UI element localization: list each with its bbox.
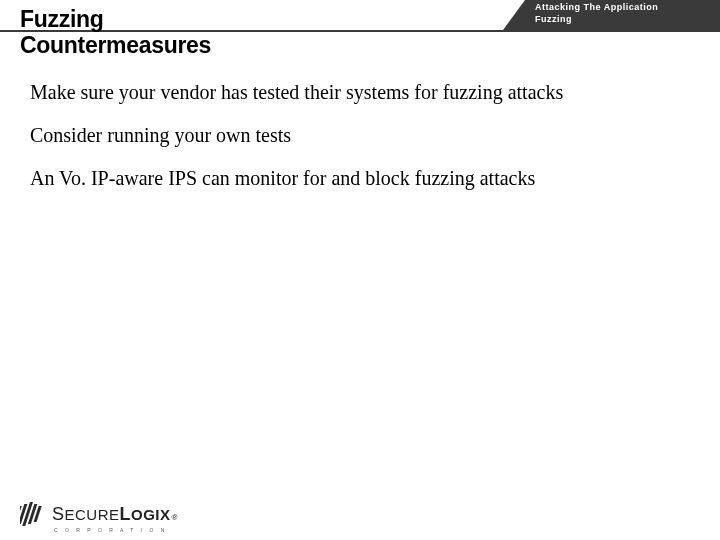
header-line1: Attacking The Application — [535, 2, 714, 14]
title-line1: Fuzzing — [20, 6, 211, 32]
logo-ecure: ECURE — [65, 506, 120, 523]
header-line2: Fuzzing — [535, 14, 714, 26]
logo-l: L — [120, 504, 132, 525]
logo-mark-icon — [20, 502, 48, 526]
logo: S ECURE L OGIX ® C O R P O R A T I O N — [20, 502, 178, 526]
header-breadcrumb: Attacking The Application Fuzzing — [525, 0, 720, 30]
bullet-2: Consider running your own tests — [30, 123, 690, 148]
logo-text: S ECURE L OGIX ® — [52, 504, 178, 525]
logo-subtext: C O R P O R A T I O N — [54, 527, 167, 533]
logo-ogix: OGIX — [131, 506, 171, 523]
logo-s: S — [52, 504, 65, 525]
body-content: Make sure your vendor has tested their s… — [30, 80, 690, 209]
page-title: Fuzzing Countermeasures — [20, 6, 211, 59]
bullet-3: An Vo. IP-aware IPS can monitor for and … — [30, 166, 690, 191]
bullet-1: Make sure your vendor has tested their s… — [30, 80, 690, 105]
logo-registered-icon: ® — [172, 513, 178, 522]
title-line2: Countermeasures — [20, 32, 211, 58]
